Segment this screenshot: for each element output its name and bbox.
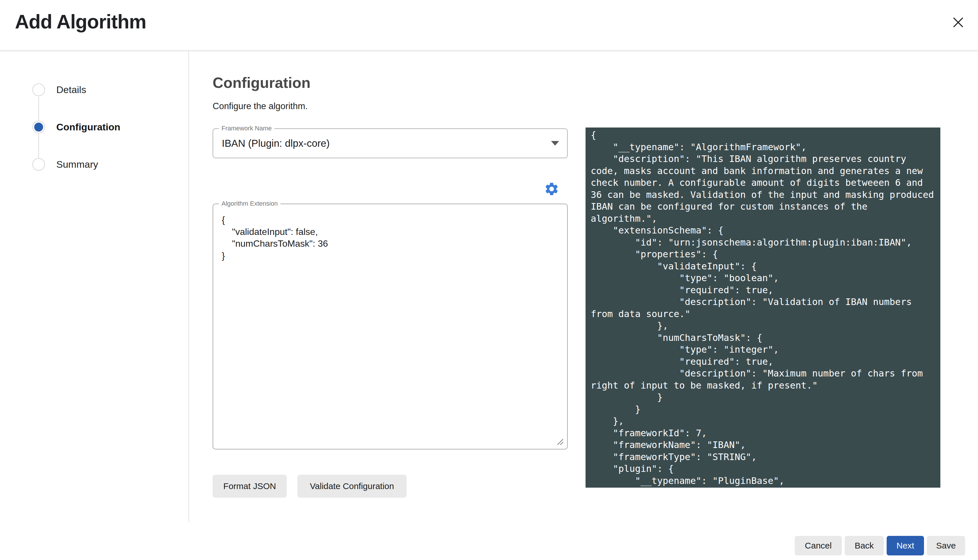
algorithm-extension-label: Algorithm Extension xyxy=(219,200,280,207)
algorithm-settings-button[interactable] xyxy=(544,181,559,197)
dialog-title: Add Algorithm xyxy=(15,10,146,33)
step-circle-incomplete xyxy=(32,158,45,171)
stepper-sidebar: Details Configuration Summary xyxy=(0,51,189,522)
save-button[interactable]: Save xyxy=(927,536,965,555)
step-label: Configuration xyxy=(56,121,120,133)
section-subheading: Configure the algorithm. xyxy=(213,101,308,112)
section-heading: Configuration xyxy=(213,74,310,91)
dropdown-arrow-icon xyxy=(551,141,559,146)
framework-schema-panel: { "__typename": "AlgorithmFramework", "d… xyxy=(586,128,940,488)
resize-handle-icon[interactable] xyxy=(555,437,564,445)
stepper-connector xyxy=(38,97,39,121)
back-button[interactable]: Back xyxy=(844,536,884,555)
stepper-connector xyxy=(38,134,39,158)
validate-configuration-button[interactable]: Validate Configuration xyxy=(297,475,407,498)
next-button[interactable]: Next xyxy=(887,536,924,555)
framework-name-value: IBAN (Plugin: dlpx-core) xyxy=(222,129,330,158)
cancel-button[interactable]: Cancel xyxy=(795,536,842,555)
framework-name-select[interactable]: Framework Name IBAN (Plugin: dlpx-core) xyxy=(213,128,568,158)
dialog-header: Add Algorithm xyxy=(0,0,978,51)
step-label: Details xyxy=(56,83,86,96)
step-circle-active xyxy=(32,121,45,133)
step-circle-incomplete xyxy=(32,83,45,96)
add-algorithm-dialog: Add Algorithm Details Configuration Summ… xyxy=(0,0,978,560)
active-step-dot xyxy=(34,123,43,132)
footer-actions: Cancel Back Next Save xyxy=(795,536,965,555)
algorithm-extension-field[interactable]: Algorithm Extension { "validateInput": f… xyxy=(213,203,568,450)
close-button[interactable] xyxy=(951,16,965,29)
settings-gear-icon xyxy=(544,193,559,198)
step-label: Summary xyxy=(56,158,98,171)
framework-schema-json: { "__typename": "AlgorithmFramework", "d… xyxy=(591,129,935,487)
format-json-button[interactable]: Format JSON xyxy=(213,475,287,498)
algorithm-extension-value[interactable]: { "validateInput": false, "numCharsToMas… xyxy=(222,214,559,262)
close-x-icon xyxy=(953,17,964,29)
